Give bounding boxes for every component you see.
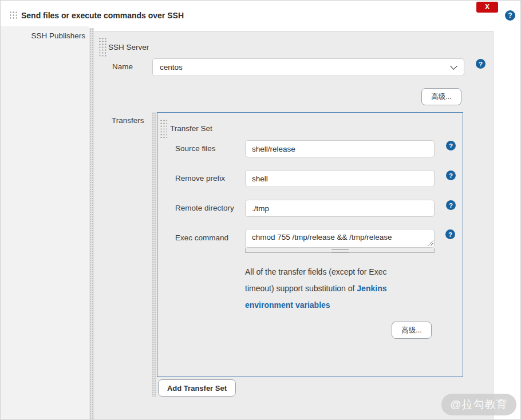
transfer-note: All of the transfer fields (except for E… bbox=[245, 264, 417, 314]
help-icon[interactable]: ? bbox=[445, 229, 455, 239]
help-icon[interactable]: ? bbox=[446, 141, 456, 150]
transfers-label: Transfers bbox=[112, 116, 144, 125]
left-gutter bbox=[1, 26, 89, 420]
transfer-set-drag-strip[interactable] bbox=[152, 112, 156, 397]
exec-command-textarea[interactable]: chmod 755 /tmp/release && /tmp/release bbox=[245, 229, 435, 248]
drag-handle-icon[interactable] bbox=[9, 10, 18, 19]
ssh-publishers-label: SSH Publishers bbox=[1, 31, 85, 40]
drag-handle-icon[interactable] bbox=[98, 37, 106, 57]
source-files-input[interactable] bbox=[245, 140, 435, 157]
remote-directory-input[interactable] bbox=[245, 200, 435, 217]
server-name-select-wrap: centos bbox=[152, 58, 464, 76]
name-label: Name bbox=[112, 62, 133, 71]
watermark: @拉勾教育 bbox=[441, 394, 516, 415]
textarea-resize-grip-icon[interactable] bbox=[428, 240, 433, 246]
remove-prefix-input[interactable] bbox=[245, 170, 435, 187]
page-title: Send files or execute commands over SSH bbox=[21, 11, 184, 20]
textarea-resize-bar[interactable] bbox=[245, 248, 435, 253]
help-icon[interactable]: ? bbox=[446, 171, 456, 180]
advanced-button[interactable]: 高级... bbox=[421, 88, 461, 105]
exec-command-label: Exec command bbox=[175, 233, 228, 242]
add-transfer-set-button[interactable]: Add Transfer Set bbox=[158, 379, 236, 397]
close-button[interactable]: X bbox=[476, 2, 498, 13]
drag-handle-icon[interactable] bbox=[159, 118, 167, 138]
server-name-select[interactable]: centos bbox=[152, 58, 464, 76]
help-icon[interactable]: ? bbox=[446, 200, 456, 210]
ssh-publisher-widget: Send files or execute commands over SSH … bbox=[0, 0, 521, 420]
help-icon[interactable]: ? bbox=[476, 59, 486, 69]
source-files-label: Source files bbox=[175, 144, 216, 153]
advanced-button[interactable]: 高级... bbox=[392, 322, 432, 339]
transfer-set-section-title: Transfer Set bbox=[170, 124, 212, 133]
help-icon[interactable]: ? bbox=[505, 10, 515, 21]
remove-prefix-label: Remove prefix bbox=[175, 174, 225, 183]
publisher-drag-strip[interactable] bbox=[89, 28, 94, 420]
resize-grip-icon bbox=[331, 249, 349, 252]
ssh-server-section-title: SSH Server bbox=[108, 43, 149, 51]
remote-directory-label: Remote directory bbox=[175, 204, 234, 212]
